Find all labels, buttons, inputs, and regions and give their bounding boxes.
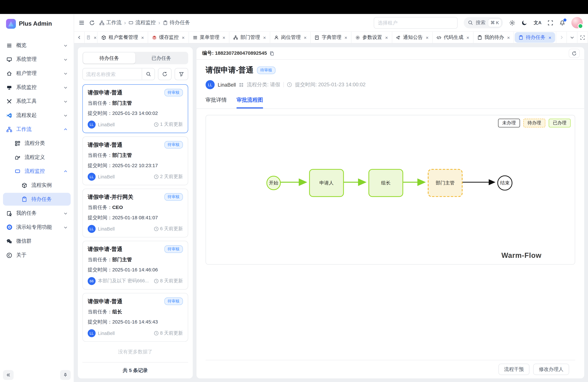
- close-icon[interactable]: ×: [263, 35, 266, 40]
- settings-gear-icon[interactable]: [509, 20, 515, 26]
- close-icon[interactable]: ×: [507, 35, 510, 40]
- clipboard-icon: [477, 35, 482, 40]
- search-button[interactable]: [142, 68, 155, 80]
- sidebar-item-demo-features[interactable]: 演示站专用功能: [3, 221, 71, 234]
- chevron-down-icon: [63, 225, 68, 229]
- reset-refresh-button[interactable]: [158, 68, 171, 80]
- close-icon[interactable]: ×: [385, 35, 388, 40]
- sidebar-item-overview[interactable]: 概览: [3, 39, 71, 52]
- breadcrumb-flow-monitor[interactable]: 流程监控: [128, 19, 156, 26]
- tab-dept-mgmt[interactable]: 部门管理 ×: [230, 32, 270, 43]
- close-icon[interactable]: ×: [548, 35, 551, 40]
- clock-icon: [154, 278, 159, 283]
- close-icon[interactable]: ×: [94, 35, 97, 40]
- content-fullscreen-icon[interactable]: [577, 32, 588, 43]
- sidebar-item-flow-definition[interactable]: 流程定义: [3, 151, 71, 164]
- tab-todo-tasks-active[interactable]: 待办任务 ×: [515, 32, 555, 43]
- segment-done[interactable]: 已办任务: [135, 53, 187, 64]
- chevron-up-icon: [63, 169, 68, 173]
- sidebar-pin-button[interactable]: [60, 370, 71, 380]
- sidebar-item-flow-start[interactable]: 流程发起: [3, 109, 71, 122]
- sidebar-item-my-tasks[interactable]: 我的任务: [3, 207, 71, 220]
- task-card[interactable]: 请假申请-普通待审核 当前任务：部门主管 提交时间：2025-01-22 10:…: [82, 136, 188, 185]
- flow-node-leader[interactable]: 组长: [368, 169, 403, 197]
- sidebar-item-flow-monitor[interactable]: 流程监控: [3, 165, 71, 178]
- breadcrumb-todo-tasks[interactable]: 待办任务: [163, 19, 190, 26]
- close-icon[interactable]: ×: [222, 35, 225, 40]
- sidebar-collapse-button[interactable]: [3, 370, 14, 380]
- tab-post-mgmt[interactable]: 岗位管理 ×: [270, 32, 311, 43]
- task-card[interactable]: 请假申请-普通待审核 当前任务：组长 提交时间：2025-01-16 14:45…: [82, 293, 188, 342]
- breadcrumb-separator: ›: [124, 20, 126, 26]
- global-search[interactable]: 搜索 ⌘ K: [464, 17, 503, 28]
- tenant-select-input[interactable]: [374, 17, 458, 29]
- hamburger-icon[interactable]: [79, 20, 84, 26]
- avatar: LL: [88, 121, 96, 128]
- warm-flow-watermark: Warm-Flow: [502, 252, 542, 260]
- sidebar-item-wechat-group[interactable]: 微信群: [3, 235, 71, 248]
- close-icon[interactable]: ×: [141, 35, 144, 40]
- sidebar-item-flow-instance[interactable]: 流程实例: [3, 179, 71, 192]
- dark-mode-moon-icon[interactable]: [522, 20, 528, 26]
- notification-bell-icon[interactable]: [559, 20, 565, 26]
- fullscreen-icon[interactable]: [547, 20, 553, 25]
- copy-icon[interactable]: [270, 51, 274, 56]
- tab-dict-mgmt[interactable]: 字典管理 ×: [311, 32, 352, 43]
- sitemap-icon: [99, 20, 104, 25]
- app-name: Plus Admin: [19, 21, 52, 27]
- sidebar-item-system-tools[interactable]: 系统工具: [3, 95, 71, 108]
- close-icon[interactable]: ×: [466, 35, 469, 40]
- tab-param-settings[interactable]: 参数设置 ×: [352, 32, 392, 43]
- task-card[interactable]: 请假申请-普通待审核 当前任务：部门主管 提交时间：2025-01-16 14:…: [82, 241, 188, 290]
- sidebar-item-system-mgmt[interactable]: 系统管理: [3, 53, 71, 66]
- tabs-dropdown-icon[interactable]: [567, 32, 577, 43]
- tab-my-todo[interactable]: 我的待办 ×: [474, 32, 514, 43]
- flow-intervene-button[interactable]: 流程干预: [499, 363, 529, 375]
- tab-tenant-package[interactable]: 租户套餐管理 ×: [98, 32, 148, 43]
- close-icon[interactable]: ×: [182, 35, 185, 40]
- breadcrumb-workflow[interactable]: 工作流: [99, 19, 121, 26]
- flow-node-manager[interactable]: 部门主管: [428, 169, 462, 197]
- megaphone-icon: [396, 35, 401, 40]
- sidebar-item-tenant-mgmt[interactable]: 租户管理: [3, 67, 71, 80]
- task-card[interactable]: 请假申请-普通待审核 当前任务：部门主管 提交时间：2025-01-23 14:…: [82, 84, 188, 133]
- flow-node-end[interactable]: 结束: [497, 175, 513, 191]
- change-assignee-button[interactable]: 修改办理人: [533, 363, 569, 375]
- page-tabbar: × 租户套餐管理 × 缓存监控 × 菜单管理: [74, 31, 588, 43]
- tab-partial[interactable]: ×: [84, 32, 98, 43]
- sidebar-item-todo-tasks[interactable]: 待办任务: [3, 193, 71, 206]
- close-icon[interactable]: ×: [426, 35, 429, 40]
- tab-approval-flowchart[interactable]: 审批流程图: [236, 97, 263, 108]
- task-detail-panel: 编号: 1882307280470892545 请假申请-普通 待审核 LL L…: [196, 47, 584, 378]
- tabs-scroll-right[interactable]: [556, 32, 567, 43]
- sidebar-item-workflow[interactable]: 工作流: [3, 123, 71, 136]
- filter-funnel-button[interactable]: [175, 68, 188, 80]
- tabs-scroll-left[interactable]: [74, 32, 84, 43]
- no-more-data-text: 没有更多数据了: [82, 348, 188, 355]
- sidebar-item-system-monitor[interactable]: 系统监控: [3, 81, 71, 94]
- avatar: LL: [88, 173, 96, 181]
- segment-todo[interactable]: 待办任务: [83, 53, 135, 64]
- language-icon[interactable]: 文A: [534, 20, 542, 26]
- close-icon[interactable]: ×: [304, 35, 307, 40]
- flow-node-start[interactable]: 开始: [266, 176, 281, 190]
- clipboard-icon: [163, 20, 168, 25]
- flow-start-icon: [6, 112, 12, 118]
- tab-menu-mgmt[interactable]: 菜单管理 ×: [189, 32, 230, 43]
- notification-dot: [564, 19, 567, 21]
- flowchart-canvas[interactable]: 未办理 待办理 已办理: [206, 115, 575, 265]
- tab-approval-detail[interactable]: 审批详情: [206, 97, 227, 108]
- refresh-icon[interactable]: [89, 20, 95, 25]
- flow-name-search-input[interactable]: [83, 68, 142, 80]
- close-icon[interactable]: ×: [344, 35, 347, 40]
- panel-refresh-button[interactable]: [569, 49, 580, 58]
- user-avatar[interactable]: [571, 17, 583, 28]
- tab-notice[interactable]: 通知公告 ×: [392, 32, 433, 43]
- sidebar-item-about[interactable]: 关于: [3, 249, 71, 262]
- task-card[interactable]: 请假申请-并行网关待审核 当前任务：CEO 提交时间：2025-01-18 08…: [82, 189, 188, 237]
- tab-cache-monitor[interactable]: 缓存监控 ×: [148, 32, 189, 43]
- tab-code-gen[interactable]: 代码生成 ×: [433, 32, 474, 43]
- sidebar-item-flow-category[interactable]: 流程分类: [3, 137, 71, 150]
- flow-node-applicant[interactable]: 申请人: [309, 169, 344, 197]
- clock-icon: [154, 226, 159, 231]
